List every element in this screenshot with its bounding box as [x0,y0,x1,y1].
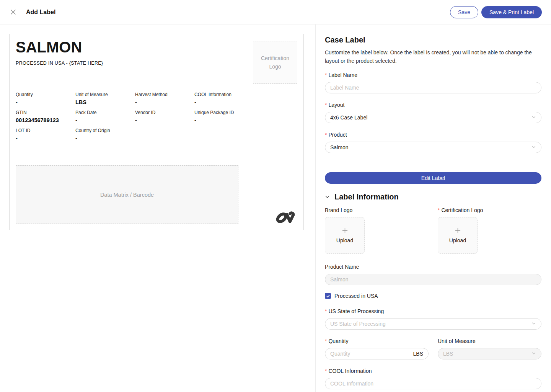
divider [316,162,551,162]
unit-of-measure-column: Unit of Measure LBS [438,330,541,359]
label-preview-pane: SALMON PROCESSED IN USA - {STATE HERE} C… [0,24,316,392]
certification-logo-upload[interactable]: Upload [438,217,478,254]
preview-field-harvest-method: Harvest Method - [135,91,194,106]
preview-product-name: SALMON [16,39,82,56]
certification-logo-placeholder: Certification Logo [253,41,297,84]
form-description: Customize the label below. Once the labe… [325,48,536,65]
required-asterisk: * [325,309,327,314]
layout-label: * Layout [325,101,541,109]
brand-logo-label: Brand Logo [325,206,429,214]
label-information-header[interactable]: Label Information [325,192,541,201]
certification-logo-column: * Certification Logo Upload [438,201,541,254]
product-name-input [325,274,541,285]
main-content: SALMON PROCESSED IN USA - {STATE HERE} C… [0,24,551,392]
product-select[interactable]: Salmon [325,142,541,153]
edit-label-button[interactable]: Edit Label [325,172,541,184]
preview-field-unit-of-measure: Unit of Measure LBS [75,91,135,106]
quantity-column: * Quantity LBS [325,330,429,359]
page-title: Add Label [26,9,55,16]
header: Add Label Save Save & Print Label [0,0,551,24]
preview-fields-grid: Quantity - Unit of Measure LBS Harvest M… [16,91,254,145]
preview-field-vendor-id: Vendor ID - [135,109,194,124]
required-asterisk: * [325,72,327,78]
form-title: Case Label [325,35,541,44]
quantity-input[interactable] [325,348,413,359]
required-asterisk: * [325,102,327,108]
us-state-select[interactable]: US State of Processing [325,318,541,330]
processed-in-usa-label[interactable]: Processed in USA [334,293,378,299]
required-asterisk: * [438,207,440,213]
certification-logo-label: * Certification Logo [438,206,541,214]
processed-in-usa-checkbox[interactable] [325,293,331,299]
quantity-label: * Quantity [325,337,429,345]
header-actions: Save Save & Print Label [450,6,542,18]
quantity-uom-row: * Quantity LBS Unit of Measure LBS [325,330,541,359]
product-label: * Product [325,131,541,139]
preview-field-quantity: Quantity - [16,91,75,106]
preview-field-cool-information: COOL Information - [194,91,254,106]
close-icon[interactable] [9,8,17,16]
brand-logo-upload[interactable]: Upload [325,217,365,254]
plus-icon [342,228,348,235]
label-preview-card: SALMON PROCESSED IN USA - {STATE HERE} C… [9,34,304,230]
brand-logo-mark-icon [276,209,297,225]
cool-information-label: * COOL Information [325,367,541,375]
logo-upload-row: Brand Logo Upload * Certification Logo [325,201,541,254]
save-button[interactable]: Save [450,6,478,18]
unit-of-measure-select: LBS [438,348,541,359]
save-print-button[interactable]: Save & Print Label [481,6,542,18]
preview-field-lot-id: LOT ID - [16,127,75,142]
label-name-label: * Label Name [325,71,541,79]
required-asterisk: * [325,368,327,374]
chevron-down-icon [531,114,536,121]
preview-field-pack-date: Pack Date - [75,109,135,124]
plus-icon [455,228,461,235]
processed-in-usa-row: Processed in USA [325,293,541,299]
chevron-down-icon [531,321,536,327]
section-title: Label Information [334,192,399,201]
label-name-input[interactable] [325,82,541,93]
unit-of-measure-label: Unit of Measure [438,337,541,345]
brand-logo-column: Brand Logo Upload [325,201,429,254]
preview-processed-subtitle: PROCESSED IN USA - {STATE HERE} [16,60,103,66]
us-state-label: * US State of Processing [325,307,541,315]
product-name-label: Product Name [325,263,541,271]
layout-select[interactable]: 4x6 Case Label [325,112,541,123]
chevron-down-icon [531,144,536,150]
chevron-down-icon[interactable] [325,194,330,199]
cool-information-input[interactable] [325,378,541,389]
required-asterisk: * [325,338,327,344]
quantity-input-wrap: LBS [325,348,429,359]
required-asterisk: * [325,132,327,137]
quantity-unit-suffix: LBS [413,351,428,357]
case-label-form: Case Label Customize the label below. On… [316,24,551,392]
preview-field-country-of-origin: Country of Origin - [75,127,135,142]
barcode-placeholder: Data Matrix / Barcode [16,165,238,224]
preview-field-gtin: GTIN 00123456789123 [16,109,75,124]
chevron-down-icon [531,351,536,357]
preview-field-unique-package-id: Unique Package ID - [194,109,254,124]
